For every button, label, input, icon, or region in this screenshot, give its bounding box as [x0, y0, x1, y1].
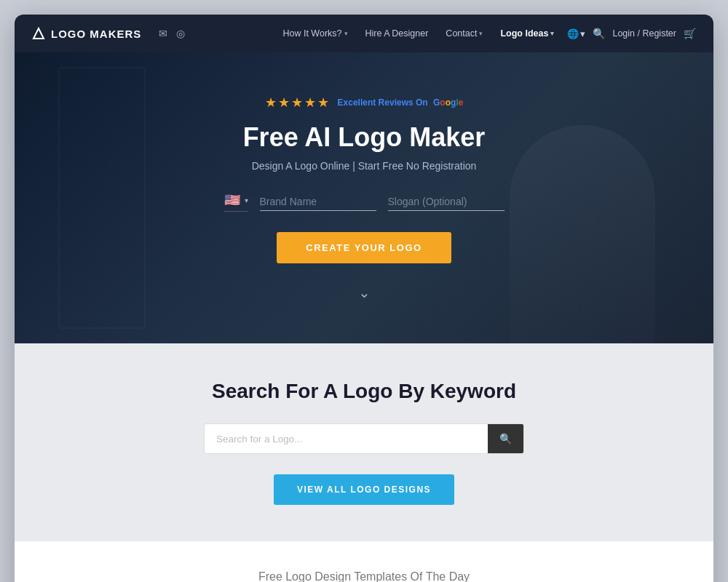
- chevron-down-icon: ▾: [344, 30, 348, 37]
- chevron-down-icon: ▾: [479, 30, 483, 37]
- nav-how-it-works[interactable]: How It Works? ▾: [275, 28, 355, 39]
- language-flag-select[interactable]: 🇺🇸 ▾: [224, 192, 248, 212]
- chevron-down-icon: ▾: [245, 196, 248, 204]
- logo-search-bar: 🔍: [204, 423, 524, 454]
- svg-marker-0: [33, 28, 44, 39]
- star-rating: ★★★★★: [265, 95, 331, 111]
- create-logo-button[interactable]: CREATE YOUR LOGO: [277, 232, 451, 263]
- hero-content: ★★★★★ Excellent Reviews On Google Free A…: [15, 95, 713, 301]
- brand-name-input[interactable]: [260, 193, 376, 211]
- language-selector[interactable]: 🌐 ▾: [567, 28, 585, 39]
- flag-icon: 🇺🇸: [224, 192, 240, 208]
- hero-reviews: ★★★★★ Excellent Reviews On Google: [44, 95, 684, 111]
- search-icon[interactable]: 🔍: [593, 28, 605, 39]
- globe-icon: 🌐: [567, 28, 579, 39]
- hero-subtitle: Design A Logo Online | Start Free No Reg…: [44, 160, 684, 172]
- chevron-down-icon: ▾: [550, 30, 554, 37]
- search-section: Search For A Logo By Keyword 🔍 VIEW ALL …: [15, 343, 713, 541]
- search-icon: 🔍: [499, 433, 512, 445]
- templates-section: Free Logo Design Templates Of The Day: [15, 541, 713, 582]
- nav-contact-icons: ✉ ◎: [159, 28, 185, 39]
- view-all-designs-button[interactable]: VIEW ALL LOGO DESIGNS: [274, 474, 454, 505]
- nav-hire-designer[interactable]: Hire A Designer: [358, 28, 436, 39]
- scroll-down-chevron[interactable]: ⌄: [44, 284, 684, 301]
- nav-contact[interactable]: Contact ▾: [438, 28, 490, 39]
- search-section-title: Search For A Logo By Keyword: [44, 380, 684, 403]
- cart-icon[interactable]: 🛒: [684, 28, 696, 39]
- chevron-down-icon: ▾: [580, 28, 585, 39]
- email-icon[interactable]: ✉: [159, 28, 167, 39]
- hero-form: 🇺🇸 ▾: [44, 192, 684, 212]
- slogan-input[interactable]: [388, 193, 505, 211]
- nav-logo-ideas[interactable]: Logo Ideas ▾: [493, 28, 561, 39]
- search-button[interactable]: 🔍: [488, 424, 523, 453]
- hero-title: Free AI Logo Maker: [44, 122, 684, 153]
- browser-window: LOGO MAKERS ✉ ◎ How It Works? ▾ Hire A D…: [15, 15, 713, 582]
- templates-section-title: Free Logo Design Templates Of The Day: [36, 570, 692, 582]
- reviews-text: Excellent Reviews On Google: [338, 97, 464, 108]
- google-text: G: [433, 97, 440, 108]
- nav-right-controls: 🌐 ▾ 🔍 Login / Register 🛒: [567, 28, 696, 39]
- hero-section: ★★★★★ Excellent Reviews On Google Free A…: [15, 52, 713, 343]
- search-input[interactable]: [205, 425, 488, 453]
- navbar: LOGO MAKERS ✉ ◎ How It Works? ▾ Hire A D…: [15, 15, 713, 52]
- login-register-button[interactable]: Login / Register: [612, 28, 676, 39]
- whatsapp-icon[interactable]: ◎: [176, 28, 185, 39]
- site-logo[interactable]: LOGO MAKERS: [32, 27, 141, 40]
- nav-links: How It Works? ▾ Hire A Designer Contact …: [275, 28, 561, 39]
